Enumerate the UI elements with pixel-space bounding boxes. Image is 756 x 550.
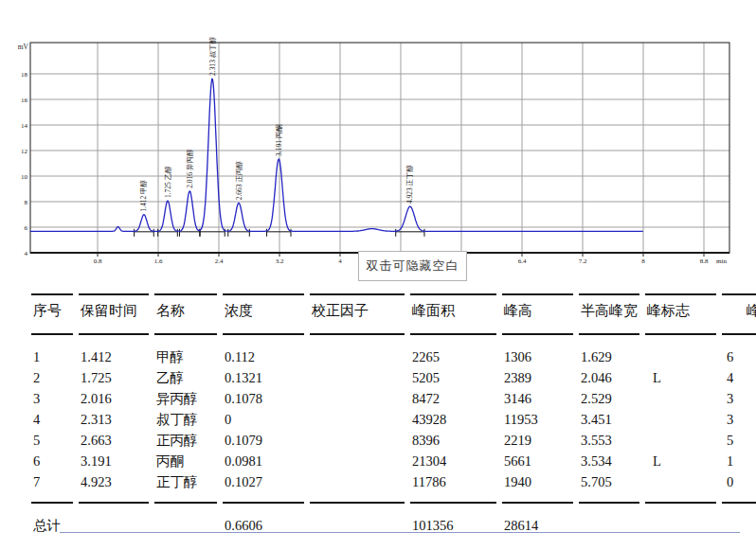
totals-cell: [579, 515, 645, 536]
table-cell: 0.112: [223, 346, 310, 367]
table-cell: 0: [722, 471, 756, 492]
y-tick-label: 18: [21, 71, 28, 79]
table-cell: 2: [31, 367, 79, 388]
table-rule: [31, 502, 756, 504]
totals-cell: [310, 515, 410, 536]
table-cell: 3.553: [579, 430, 645, 451]
table-rule-segment: [579, 293, 645, 295]
table-cell: 3: [722, 409, 756, 430]
table-cell: 丙酮: [154, 451, 223, 471]
column-header: 序号: [31, 299, 79, 322]
x-tick-label: 2.4: [215, 257, 224, 265]
table-rule-segment: [579, 333, 645, 335]
table-rule-segment: [79, 293, 154, 295]
totals-row: 总计0.660610135628614: [31, 515, 756, 536]
table-rule-segment: [645, 502, 722, 504]
table-cell: 3.191: [79, 451, 154, 471]
y-tick-label: 4: [25, 250, 28, 257]
table-cell: 1940: [502, 471, 579, 492]
totals-cell: [79, 515, 154, 536]
x-tick-label: 8: [641, 257, 645, 265]
table-cell: 0.1321: [223, 367, 310, 388]
peak-label: 1.725 乙醇: [164, 166, 172, 198]
table-cell: 4.923: [79, 471, 154, 492]
y-tick-label: 8: [25, 199, 28, 206]
table-cell: [310, 409, 410, 430]
table-cell: 乙醇: [154, 367, 223, 388]
peak-label: 4.923 正丁醇: [405, 164, 414, 204]
table-cell: 正丁醇: [154, 471, 223, 492]
table-rule-segment: [154, 333, 223, 335]
table-cell: L: [645, 367, 722, 388]
x-tick-label: 0.8: [94, 257, 102, 265]
column-header: 浓度: [223, 299, 310, 322]
peak-label: 3.191 丙酮: [275, 124, 283, 156]
table-cell: [645, 409, 722, 430]
table-cell: 7: [31, 471, 79, 492]
table-cell: [645, 388, 722, 409]
table-rule: [31, 293, 756, 295]
signal-trace: [30, 79, 643, 231]
table-row[interactable]: 74.923正丁醇0.10271178619405.7050: [31, 471, 756, 492]
totals-cell: 28614: [502, 515, 579, 536]
table-cell: 5205: [410, 367, 502, 388]
tooltip-text: 双击可隐藏空白: [367, 257, 459, 275]
table-cell: 5661: [502, 451, 579, 471]
chromatogram-plot[interactable]: mV46810121416180.81.62.43.244.85.66.47.2…: [0, 0, 756, 284]
peak-label: 2.313 叔丁醇: [208, 36, 217, 76]
table-cell: [645, 430, 722, 451]
table-cell: [645, 346, 722, 367]
table-cell: [310, 451, 410, 471]
table-rule-segment: [579, 502, 645, 504]
column-header: 保留时间: [79, 299, 154, 322]
table-rule-segment: [410, 333, 502, 335]
peak-label: 1.412 甲醇: [139, 179, 148, 211]
x-tick-label: 7.2: [579, 257, 587, 265]
table-row[interactable]: 63.191丙酮0.09812130456613.534L1: [31, 451, 756, 471]
table-row[interactable]: 52.663正丙醇0.1079839622193.5535: [31, 430, 756, 451]
app-window: mV46810121416180.81.62.43.244.85.66.47.2…: [0, 0, 756, 550]
x-axis-unit: min: [716, 257, 727, 265]
table-cell: 21304: [410, 451, 502, 471]
table-row[interactable]: 32.016异丙醇0.1078847231462.5293: [31, 388, 756, 409]
table-cell: 5: [722, 430, 756, 451]
x-tick-label: 3.2: [276, 257, 284, 265]
table-rule-segment: [645, 293, 722, 295]
peak-label: 2.016 异丙醇: [186, 149, 194, 188]
table-cell: 5.705: [579, 471, 645, 492]
table-row[interactable]: 21.725乙醇0.1321520523892.046L4: [31, 367, 756, 388]
table-rule-segment: [645, 333, 722, 335]
table-rule-segment: [223, 502, 310, 504]
table-rule-segment: [154, 293, 223, 295]
column-header: 半高峰宽: [579, 299, 645, 322]
peak-results-table: 序号保留时间名称浓度校正因子峰面积峰高半高峰宽峰标志峰11.412甲醇0.112…: [31, 289, 756, 536]
column-header: 名称: [154, 299, 223, 322]
table-rule-segment: [410, 293, 502, 295]
column-header: 峰: [722, 299, 756, 322]
y-tick-label: 14: [21, 122, 28, 130]
table-rule-segment: [502, 293, 579, 295]
table-cell: 8396: [410, 430, 502, 451]
table-cell: 1: [722, 451, 756, 471]
table-row[interactable]: 42.313叔丁醇043928119533.4513: [31, 409, 756, 430]
totals-cell: 0.6606: [223, 515, 310, 536]
y-tick-label: 6: [25, 224, 28, 232]
table-row[interactable]: 11.412甲醇0.112226513061.6296: [31, 346, 756, 367]
table-rule-segment: [31, 293, 79, 295]
y-axis-unit: mV: [18, 43, 29, 51]
table-cell: 11786: [410, 471, 502, 492]
table-cell: 1.725: [79, 367, 154, 388]
table-rule-segment: [722, 502, 756, 504]
column-header: 峰高: [502, 299, 579, 322]
table-cell: 1: [31, 346, 79, 367]
table-rule-segment: [79, 333, 154, 335]
table-cell: 2.663: [79, 430, 154, 451]
table-cell: 2219: [502, 430, 579, 451]
totals-cell: 101356: [410, 515, 502, 536]
table-rule-segment: [31, 333, 79, 335]
table-rule-segment: [502, 502, 579, 504]
table-cell: 叔丁醇: [154, 409, 223, 430]
table-cell: 43928: [410, 409, 502, 430]
table-cell: 1.629: [579, 346, 645, 367]
table-cell: 4: [31, 409, 79, 430]
